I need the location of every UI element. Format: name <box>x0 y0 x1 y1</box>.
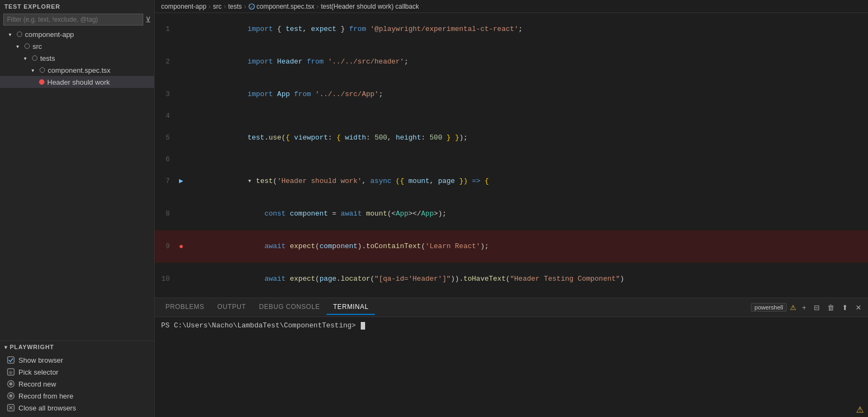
line-gutter-8 <box>176 198 186 230</box>
folder-icon <box>17 31 22 37</box>
code-table: 1 import { test, expect } from '@playwri… <box>155 13 868 298</box>
sidebar: TEST EXPLORER ⊻ ▾ component-app ▾ src ▾ … <box>0 0 155 417</box>
breadcrumb-src[interactable]: src <box>213 3 221 10</box>
tree-label-header-should-work: Header should work <box>47 78 110 86</box>
code-line-5: 5 test.use({ viewport: { width: 500, hei… <box>155 122 868 154</box>
code-line-11: 11 page.close() <box>155 295 868 298</box>
line-gutter-5 <box>176 122 186 154</box>
add-terminal-button[interactable]: + <box>800 302 808 313</box>
record-from-here-label: Record from here <box>18 392 73 400</box>
code-line-7: 7 ▶ ▾ test('Header should work', async (… <box>155 165 868 198</box>
line-gutter-1 <box>176 13 186 46</box>
tab-debug-console[interactable]: DEBUG CONSOLE <box>252 300 327 315</box>
line-code-9: await expect(component).toContainText('L… <box>186 230 868 263</box>
record-new-icon <box>7 380 15 388</box>
warn-icon: ⚠ <box>790 304 796 312</box>
tab-problems[interactable]: PROBLEMS <box>159 300 211 315</box>
line-code-11: page.close() <box>186 295 868 298</box>
playwright-item-close-all-browsers[interactable]: Close all browsers <box>0 402 154 414</box>
playwright-items: Show browser ⊕ Pick selector <box>0 353 154 415</box>
playwright-section: ▾ PLAYWRIGHT Show browser ⊕ <box>0 340 154 417</box>
record-new-label: Record new <box>18 380 56 388</box>
chevron-down-icon: ▾ <box>16 43 23 49</box>
tab-output[interactable]: OUTPUT <box>211 300 253 315</box>
maximize-panel-button[interactable]: ⬆ <box>840 302 850 313</box>
pick-selector-icon: ⊕ <box>7 368 15 376</box>
test-status-icon <box>39 79 44 85</box>
playwright-title: PLAYWRIGHT <box>10 344 54 350</box>
tree-item-component-app[interactable]: ▾ component-app <box>0 28 154 40</box>
breadcrumb-callback[interactable]: test(Header should work) callback <box>321 3 419 10</box>
tree-label-component-spec: component.spec.tsx <box>48 66 111 74</box>
tree-area: ▾ component-app ▾ src ▾ tests ▾ componen… <box>0 27 154 340</box>
line-gutter-11 <box>176 295 186 298</box>
breadcrumb-sep-4: › <box>316 3 318 10</box>
pick-selector-label: Pick selector <box>18 368 59 376</box>
breadcrumb-spec-file[interactable]: ✓ component.spec.tsx <box>248 3 315 10</box>
filter-icon[interactable]: ⊻ <box>145 15 151 24</box>
line-num-3: 3 <box>155 78 176 111</box>
breadcrumb: component-app › src › tests › ✓ componen… <box>155 0 868 13</box>
tree-label-component-app: component-app <box>25 30 74 39</box>
tree-item-tests[interactable]: ▾ tests <box>0 52 154 64</box>
checkbox-icon <box>7 356 15 364</box>
file-icon <box>40 67 45 73</box>
playwright-header[interactable]: ▾ PLAYWRIGHT <box>0 341 154 353</box>
svg-point-4 <box>9 382 12 386</box>
tree-item-header-should-work[interactable]: Header should work <box>0 76 154 88</box>
code-line-2: 2 import Header from '../../src/header'; <box>155 46 868 78</box>
svg-point-6 <box>9 394 12 397</box>
line-gutter-4 <box>176 111 186 122</box>
line-code-2: import Header from '../../src/header'; <box>186 46 868 78</box>
playwright-item-record-from-here[interactable]: Record from here <box>0 390 154 402</box>
line-gutter-3 <box>176 78 186 111</box>
breadcrumb-tests[interactable]: tests <box>228 3 241 10</box>
show-browser-label: Show browser <box>18 356 63 364</box>
line-code-6 <box>186 154 868 165</box>
line-gutter-10 <box>176 263 186 295</box>
line-code-4 <box>186 111 868 122</box>
panel-tabs: PROBLEMS OUTPUT DEBUG CONSOLE TERMINAL p… <box>155 298 868 317</box>
folder-icon <box>24 43 30 49</box>
line-code-10: await expect(page.locator("[qa-id='Heade… <box>186 263 868 295</box>
filter-bar: ⊻ <box>0 12 154 27</box>
line-gutter-2 <box>176 46 186 78</box>
folder-icon <box>32 55 37 61</box>
line-num-4: 4 <box>155 111 176 122</box>
line-num-5: 5 <box>155 122 176 154</box>
close-browsers-icon <box>7 403 15 412</box>
test-explorer-title: TEST EXPLORER <box>0 0 154 12</box>
chevron-down-icon: ▾ <box>9 31 15 37</box>
delete-terminal-button[interactable]: 🗑 <box>825 302 837 313</box>
code-line-9: 9 ● await expect(component).toContainTex… <box>155 230 868 263</box>
line-code-3: import App from '../../src/App'; <box>186 78 868 111</box>
record-from-here-icon <box>7 391 15 400</box>
code-line-1: 1 import { test, expect } from '@playwri… <box>155 13 868 46</box>
playwright-item-record-new[interactable]: Record new <box>0 378 154 390</box>
playwright-item-pick-selector[interactable]: ⊕ Pick selector <box>0 366 154 378</box>
chevron-down-icon: ▾ <box>24 55 30 61</box>
tree-item-component-spec[interactable]: ▾ component.spec.tsx <box>0 64 154 76</box>
tree-label-src: src <box>33 42 42 50</box>
code-line-4: 4 <box>155 111 868 122</box>
filter-input[interactable] <box>3 14 143 26</box>
powershell-badge: powershell <box>751 303 787 312</box>
terminal-body[interactable]: PS C:\Users\Nacho\LambdaTest\ComponentTe… <box>155 317 868 417</box>
svg-text:✓: ✓ <box>250 5 253 9</box>
close-panel-button[interactable]: ✕ <box>853 302 864 313</box>
line-num-2: 2 <box>155 46 176 78</box>
line-gutter-6 <box>176 154 186 165</box>
tree-item-src[interactable]: ▾ src <box>0 40 154 52</box>
svg-rect-0 <box>8 357 14 363</box>
terminal-warn-icon: ⚠ <box>856 405 864 415</box>
run-test-button[interactable]: ▶ <box>179 177 183 185</box>
split-terminal-button[interactable]: ⊟ <box>812 302 822 313</box>
code-line-3: 3 import App from '../../src/App'; <box>155 78 868 111</box>
breadcrumb-component-app[interactable]: component-app <box>161 3 206 10</box>
tab-terminal[interactable]: TERMINAL <box>327 300 375 315</box>
breadcrumb-sep-2: › <box>224 3 226 10</box>
svg-text:⊕: ⊕ <box>9 370 13 375</box>
playwright-item-show-browser[interactable]: Show browser <box>0 354 154 366</box>
line-num-7: 7 <box>155 165 176 198</box>
line-code-7: ▾ test('Header should work', async ({ mo… <box>186 165 868 198</box>
